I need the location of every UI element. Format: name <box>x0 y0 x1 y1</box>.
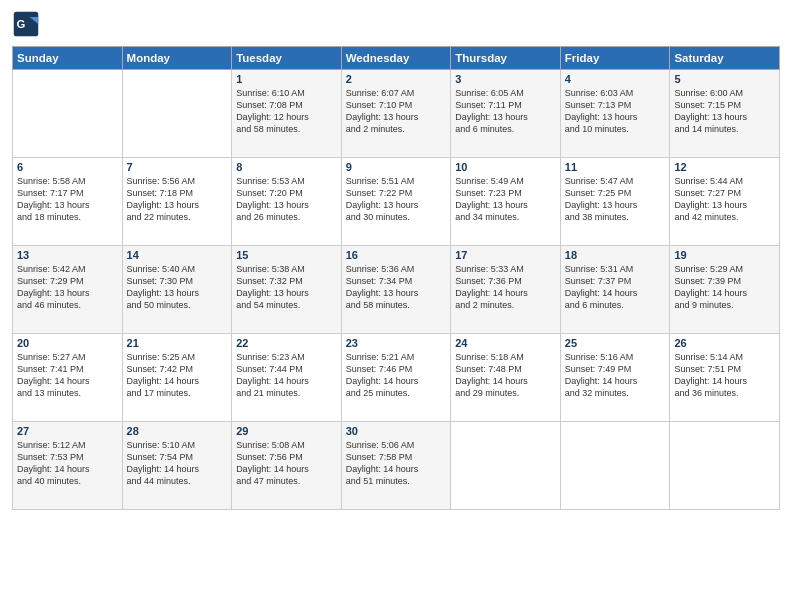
page-container: G SundayMondayTuesdayWednesdayThursdayFr… <box>0 0 792 612</box>
day-info: Sunrise: 6:05 AM Sunset: 7:11 PM Dayligh… <box>455 87 556 136</box>
logo: G <box>12 10 42 38</box>
day-number: 23 <box>346 337 447 349</box>
day-number: 27 <box>17 425 118 437</box>
week-row-5: 27Sunrise: 5:12 AM Sunset: 7:53 PM Dayli… <box>13 422 780 510</box>
header: G <box>12 10 780 38</box>
day-number: 29 <box>236 425 337 437</box>
day-cell: 6Sunrise: 5:58 AM Sunset: 7:17 PM Daylig… <box>13 158 123 246</box>
weekday-saturday: Saturday <box>670 47 780 70</box>
day-cell <box>670 422 780 510</box>
weekday-tuesday: Tuesday <box>232 47 342 70</box>
day-info: Sunrise: 5:31 AM Sunset: 7:37 PM Dayligh… <box>565 263 666 312</box>
day-info: Sunrise: 5:21 AM Sunset: 7:46 PM Dayligh… <box>346 351 447 400</box>
day-cell <box>122 70 232 158</box>
day-number: 17 <box>455 249 556 261</box>
day-number: 3 <box>455 73 556 85</box>
day-info: Sunrise: 5:29 AM Sunset: 7:39 PM Dayligh… <box>674 263 775 312</box>
day-cell: 19Sunrise: 5:29 AM Sunset: 7:39 PM Dayli… <box>670 246 780 334</box>
day-number: 12 <box>674 161 775 173</box>
day-info: Sunrise: 5:33 AM Sunset: 7:36 PM Dayligh… <box>455 263 556 312</box>
day-cell: 4Sunrise: 6:03 AM Sunset: 7:13 PM Daylig… <box>560 70 670 158</box>
day-number: 21 <box>127 337 228 349</box>
day-number: 7 <box>127 161 228 173</box>
day-number: 9 <box>346 161 447 173</box>
weekday-monday: Monday <box>122 47 232 70</box>
day-info: Sunrise: 5:16 AM Sunset: 7:49 PM Dayligh… <box>565 351 666 400</box>
day-number: 8 <box>236 161 337 173</box>
day-info: Sunrise: 6:07 AM Sunset: 7:10 PM Dayligh… <box>346 87 447 136</box>
day-number: 24 <box>455 337 556 349</box>
day-info: Sunrise: 5:27 AM Sunset: 7:41 PM Dayligh… <box>17 351 118 400</box>
day-number: 22 <box>236 337 337 349</box>
day-info: Sunrise: 5:06 AM Sunset: 7:58 PM Dayligh… <box>346 439 447 488</box>
weekday-friday: Friday <box>560 47 670 70</box>
day-cell: 17Sunrise: 5:33 AM Sunset: 7:36 PM Dayli… <box>451 246 561 334</box>
day-cell: 16Sunrise: 5:36 AM Sunset: 7:34 PM Dayli… <box>341 246 451 334</box>
day-info: Sunrise: 6:10 AM Sunset: 7:08 PM Dayligh… <box>236 87 337 136</box>
day-cell: 20Sunrise: 5:27 AM Sunset: 7:41 PM Dayli… <box>13 334 123 422</box>
day-cell: 13Sunrise: 5:42 AM Sunset: 7:29 PM Dayli… <box>13 246 123 334</box>
day-info: Sunrise: 6:03 AM Sunset: 7:13 PM Dayligh… <box>565 87 666 136</box>
day-number: 1 <box>236 73 337 85</box>
day-cell: 14Sunrise: 5:40 AM Sunset: 7:30 PM Dayli… <box>122 246 232 334</box>
day-number: 16 <box>346 249 447 261</box>
day-cell: 12Sunrise: 5:44 AM Sunset: 7:27 PM Dayli… <box>670 158 780 246</box>
day-cell: 24Sunrise: 5:18 AM Sunset: 7:48 PM Dayli… <box>451 334 561 422</box>
day-cell <box>451 422 561 510</box>
week-row-3: 13Sunrise: 5:42 AM Sunset: 7:29 PM Dayli… <box>13 246 780 334</box>
day-cell: 3Sunrise: 6:05 AM Sunset: 7:11 PM Daylig… <box>451 70 561 158</box>
day-cell <box>560 422 670 510</box>
day-cell: 7Sunrise: 5:56 AM Sunset: 7:18 PM Daylig… <box>122 158 232 246</box>
day-cell: 30Sunrise: 5:06 AM Sunset: 7:58 PM Dayli… <box>341 422 451 510</box>
day-cell <box>13 70 123 158</box>
day-info: Sunrise: 5:51 AM Sunset: 7:22 PM Dayligh… <box>346 175 447 224</box>
day-info: Sunrise: 5:14 AM Sunset: 7:51 PM Dayligh… <box>674 351 775 400</box>
day-cell: 25Sunrise: 5:16 AM Sunset: 7:49 PM Dayli… <box>560 334 670 422</box>
day-number: 15 <box>236 249 337 261</box>
week-row-2: 6Sunrise: 5:58 AM Sunset: 7:17 PM Daylig… <box>13 158 780 246</box>
day-info: Sunrise: 5:40 AM Sunset: 7:30 PM Dayligh… <box>127 263 228 312</box>
day-cell: 8Sunrise: 5:53 AM Sunset: 7:20 PM Daylig… <box>232 158 342 246</box>
weekday-thursday: Thursday <box>451 47 561 70</box>
day-info: Sunrise: 5:25 AM Sunset: 7:42 PM Dayligh… <box>127 351 228 400</box>
day-info: Sunrise: 5:38 AM Sunset: 7:32 PM Dayligh… <box>236 263 337 312</box>
weekday-wednesday: Wednesday <box>341 47 451 70</box>
day-info: Sunrise: 5:42 AM Sunset: 7:29 PM Dayligh… <box>17 263 118 312</box>
day-cell: 1Sunrise: 6:10 AM Sunset: 7:08 PM Daylig… <box>232 70 342 158</box>
day-number: 19 <box>674 249 775 261</box>
week-row-1: 1Sunrise: 6:10 AM Sunset: 7:08 PM Daylig… <box>13 70 780 158</box>
svg-text:G: G <box>16 18 25 30</box>
day-cell: 15Sunrise: 5:38 AM Sunset: 7:32 PM Dayli… <box>232 246 342 334</box>
day-cell: 28Sunrise: 5:10 AM Sunset: 7:54 PM Dayli… <box>122 422 232 510</box>
day-cell: 29Sunrise: 5:08 AM Sunset: 7:56 PM Dayli… <box>232 422 342 510</box>
day-number: 10 <box>455 161 556 173</box>
day-number: 13 <box>17 249 118 261</box>
day-number: 26 <box>674 337 775 349</box>
day-number: 18 <box>565 249 666 261</box>
day-cell: 11Sunrise: 5:47 AM Sunset: 7:25 PM Dayli… <box>560 158 670 246</box>
day-info: Sunrise: 5:58 AM Sunset: 7:17 PM Dayligh… <box>17 175 118 224</box>
weekday-header-row: SundayMondayTuesdayWednesdayThursdayFrid… <box>13 47 780 70</box>
weekday-sunday: Sunday <box>13 47 123 70</box>
day-info: Sunrise: 5:36 AM Sunset: 7:34 PM Dayligh… <box>346 263 447 312</box>
day-cell: 21Sunrise: 5:25 AM Sunset: 7:42 PM Dayli… <box>122 334 232 422</box>
day-number: 11 <box>565 161 666 173</box>
day-info: Sunrise: 5:18 AM Sunset: 7:48 PM Dayligh… <box>455 351 556 400</box>
day-number: 28 <box>127 425 228 437</box>
day-number: 30 <box>346 425 447 437</box>
day-info: Sunrise: 5:53 AM Sunset: 7:20 PM Dayligh… <box>236 175 337 224</box>
day-number: 20 <box>17 337 118 349</box>
day-number: 25 <box>565 337 666 349</box>
day-info: Sunrise: 5:56 AM Sunset: 7:18 PM Dayligh… <box>127 175 228 224</box>
day-info: Sunrise: 5:12 AM Sunset: 7:53 PM Dayligh… <box>17 439 118 488</box>
day-cell: 26Sunrise: 5:14 AM Sunset: 7:51 PM Dayli… <box>670 334 780 422</box>
day-info: Sunrise: 5:47 AM Sunset: 7:25 PM Dayligh… <box>565 175 666 224</box>
day-info: Sunrise: 5:44 AM Sunset: 7:27 PM Dayligh… <box>674 175 775 224</box>
week-row-4: 20Sunrise: 5:27 AM Sunset: 7:41 PM Dayli… <box>13 334 780 422</box>
day-number: 6 <box>17 161 118 173</box>
day-cell: 18Sunrise: 5:31 AM Sunset: 7:37 PM Dayli… <box>560 246 670 334</box>
calendar-table: SundayMondayTuesdayWednesdayThursdayFrid… <box>12 46 780 510</box>
day-number: 14 <box>127 249 228 261</box>
day-cell: 2Sunrise: 6:07 AM Sunset: 7:10 PM Daylig… <box>341 70 451 158</box>
day-info: Sunrise: 5:23 AM Sunset: 7:44 PM Dayligh… <box>236 351 337 400</box>
